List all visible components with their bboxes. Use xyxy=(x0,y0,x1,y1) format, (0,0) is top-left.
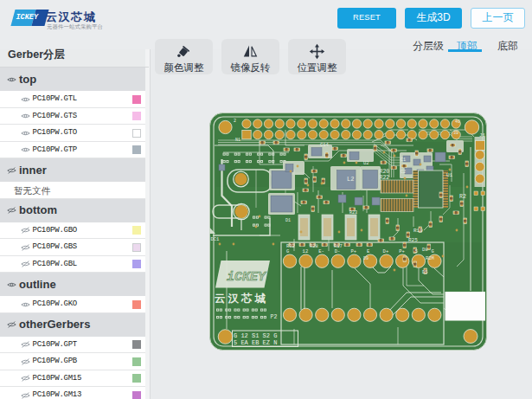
svg-text:D8: D8 xyxy=(422,247,428,253)
svg-text:iCKEY: iCKEY xyxy=(227,270,267,285)
svg-text:C2: C2 xyxy=(401,170,406,175)
svg-text:R23: R23 xyxy=(349,210,357,216)
svg-text:D1: D1 xyxy=(285,218,291,223)
svg-text:40: 40 xyxy=(455,119,460,125)
svg-text:G 12 S1 S2 G: G 12 S1 S2 G xyxy=(234,332,277,339)
svg-text:5: 5 xyxy=(415,248,418,254)
svg-text:G: G xyxy=(431,248,433,254)
svg-text:R28: R28 xyxy=(310,243,318,249)
svg-text:N1: N1 xyxy=(235,138,240,143)
svg-text:R20: R20 xyxy=(380,169,390,175)
svg-text:DC1: DC1 xyxy=(211,236,221,242)
svg-text:R2M: R2M xyxy=(426,255,434,261)
svg-text:L2: L2 xyxy=(347,176,354,183)
svg-text:云汉芯城: 云汉芯城 xyxy=(215,293,268,305)
svg-text:12: 12 xyxy=(303,248,309,254)
svg-text:D5: D5 xyxy=(422,269,428,275)
svg-text:G: G xyxy=(286,248,289,254)
svg-text:D-: D- xyxy=(335,248,341,254)
svg-text:U1: U1 xyxy=(446,172,453,178)
svg-text:R2: R2 xyxy=(459,194,466,200)
svg-text:D9: D9 xyxy=(363,256,369,261)
svg-text:C14: C14 xyxy=(320,142,330,148)
svg-text:2: 2 xyxy=(234,119,236,124)
svg-text:P+: P+ xyxy=(399,248,405,254)
svg-text:U2: U2 xyxy=(363,160,369,166)
svg-text:5 EA EB EZ N: 5 EA EB EZ N xyxy=(234,339,277,346)
svg-text:D+: D+ xyxy=(383,248,389,254)
svg-text:R19: R19 xyxy=(413,228,423,234)
svg-text:R25: R25 xyxy=(408,237,418,243)
svg-text:C1: C1 xyxy=(401,158,406,163)
svg-text:J1: J1 xyxy=(479,132,486,138)
svg-text:R22: R22 xyxy=(380,175,390,181)
svg-text:39: 39 xyxy=(453,131,458,136)
svg-text:E-: E- xyxy=(318,248,324,254)
svg-text:P+: P+ xyxy=(350,248,356,254)
svg-text:P2: P2 xyxy=(271,314,278,320)
